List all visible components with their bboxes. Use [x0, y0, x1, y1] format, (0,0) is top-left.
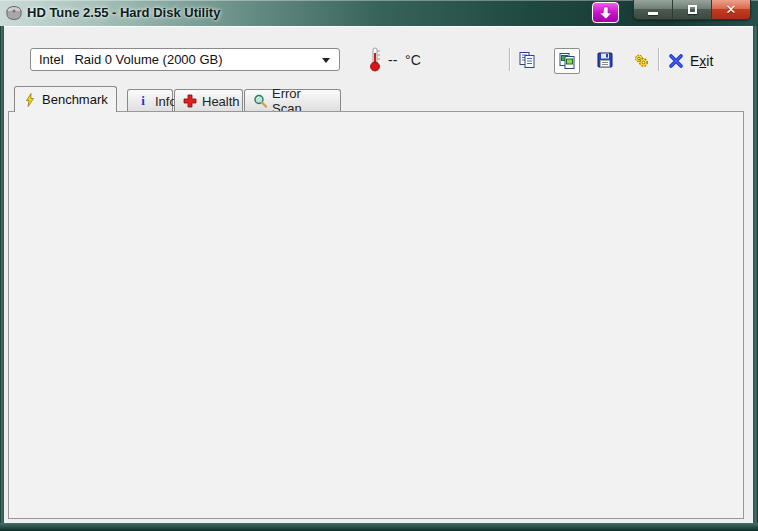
- down-arrow-icon: [599, 6, 613, 20]
- window-title: HD Tune 2.55 - Hard Disk Utility: [27, 0, 220, 26]
- drive-select-value: Intel Raid 0 Volume (2000 GB): [39, 52, 223, 67]
- options-button[interactable]: [633, 52, 649, 68]
- close-button[interactable]: ✕: [712, 0, 750, 19]
- tab-info[interactable]: i Info: [127, 89, 173, 112]
- exit-x-icon[interactable]: [668, 53, 684, 69]
- hd-tune-window: HD Tune 2.55 - Hard Disk Utility ✕ Intel…: [0, 0, 758, 531]
- client-highlight: [4, 26, 753, 27]
- tab-benchmark-label: Benchmark: [42, 92, 108, 107]
- health-cross-icon: [183, 94, 197, 108]
- tab-benchmark[interactable]: Benchmark: [14, 86, 117, 112]
- minimize-icon: [648, 12, 658, 15]
- window-border-bottom: [0, 523, 758, 531]
- tab-health[interactable]: Health: [174, 89, 243, 112]
- tab-error-scan[interactable]: Error Scan: [244, 89, 341, 112]
- magnifier-icon: [253, 94, 267, 108]
- chevron-down-icon: [322, 58, 330, 63]
- maximize-button[interactable]: [673, 0, 712, 19]
- lightning-icon: [23, 93, 37, 107]
- close-icon: ✕: [726, 1, 737, 19]
- minimize-button[interactable]: [634, 0, 673, 19]
- toolbar-separator: [509, 48, 510, 71]
- app-icon: [5, 4, 23, 22]
- thermometer-icon: [368, 47, 382, 72]
- title-bar[interactable]: HD Tune 2.55 - Hard Disk Utility ✕: [0, 0, 758, 26]
- caption-buttons: ✕: [633, 0, 751, 20]
- save-button[interactable]: [597, 52, 613, 68]
- exit-button[interactable]: Exit: [690, 53, 713, 69]
- temperature-readout: -- °C: [388, 52, 421, 68]
- tab-health-label: Health: [202, 94, 240, 109]
- toolbar-separator: [658, 48, 659, 71]
- benchmark-tab-page: [8, 111, 744, 519]
- drive-select-dropdown[interactable]: Intel Raid 0 Volume (2000 GB): [30, 48, 340, 71]
- copy-text-button[interactable]: [519, 52, 535, 68]
- download-overlay-button[interactable]: [592, 2, 619, 23]
- window-border-left: [0, 26, 4, 523]
- info-icon: i: [136, 94, 150, 108]
- copy-screenshot-icon: [559, 53, 575, 69]
- window-border-right: [753, 26, 758, 523]
- maximize-icon: [688, 5, 697, 14]
